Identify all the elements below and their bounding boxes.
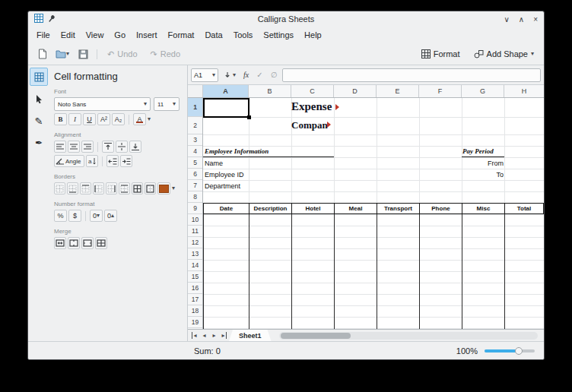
cancel-formula-button[interactable]: ∅ <box>269 68 280 82</box>
cell-reference-box[interactable]: A1 ▾ <box>191 68 218 82</box>
border-right-button[interactable] <box>106 182 117 194</box>
column-header-f[interactable]: F <box>419 85 462 97</box>
menu-go[interactable]: Go <box>109 28 131 42</box>
row-header-12[interactable]: 12 <box>188 237 202 248</box>
row-header-14[interactable]: 14 <box>188 260 202 271</box>
row-header-11[interactable]: 11 <box>188 226 202 237</box>
undo-button[interactable]: ↶ Undo <box>102 47 143 62</box>
format-button[interactable]: Format <box>416 47 466 61</box>
row-header-13[interactable]: 13 <box>188 248 202 260</box>
horizontal-scrollbar[interactable] <box>279 332 538 340</box>
new-document-button[interactable] <box>33 46 51 62</box>
bold-button[interactable]: B <box>54 113 67 125</box>
zoom-slider-thumb[interactable] <box>515 347 523 355</box>
row-header-5[interactable]: 5 <box>188 157 202 169</box>
open-dropdown-caret[interactable]: ▾ <box>66 51 69 57</box>
sheet-canvas[interactable]: Expense Compan Employee Information Pay … <box>203 98 544 329</box>
column-header-b[interactable]: B <box>249 85 291 97</box>
border-bottom-button[interactable] <box>67 182 78 194</box>
align-top-button[interactable] <box>102 141 114 153</box>
menu-settings[interactable]: Settings <box>258 28 299 42</box>
border-color-button[interactable] <box>157 182 170 194</box>
previous-sheet-button[interactable]: ◂ <box>199 332 209 339</box>
row-header-9[interactable]: 9 <box>188 203 202 214</box>
menu-data[interactable]: Data <box>199 28 227 42</box>
menu-insert[interactable]: Insert <box>131 28 163 42</box>
italic-button[interactable]: I <box>68 113 81 125</box>
row-header-1[interactable]: 1 <box>188 98 202 117</box>
select-all-corner[interactable] <box>188 85 203 97</box>
align-bottom-button[interactable] <box>129 141 141 153</box>
border-outer-button[interactable] <box>145 182 156 194</box>
row-header-17[interactable]: 17 <box>188 294 202 305</box>
align-middle-button[interactable] <box>116 141 128 153</box>
minimize-button[interactable]: ∨ <box>504 15 510 24</box>
row-header-2[interactable]: 2 <box>188 117 202 134</box>
border-color-caret[interactable]: ▾ <box>172 185 175 191</box>
column-header-g[interactable]: G <box>462 85 504 97</box>
maximize-button[interactable]: ∧ <box>519 15 524 24</box>
row-header-15[interactable]: 15 <box>188 271 202 283</box>
font-family-select[interactable]: Noto Sans ▾ <box>54 97 151 111</box>
border-top-button[interactable] <box>80 182 91 194</box>
column-header-e[interactable]: E <box>377 85 419 97</box>
column-header-c[interactable]: C <box>291 85 334 97</box>
menu-format[interactable]: Format <box>163 28 200 42</box>
row-header-6[interactable]: 6 <box>188 169 202 180</box>
row-header-16[interactable]: 16 <box>188 283 202 294</box>
selection-tool[interactable] <box>30 90 48 108</box>
font-color-caret[interactable]: ▾ <box>148 116 151 122</box>
sheet-tab-sheet1[interactable]: Sheet1 <box>229 330 272 341</box>
formula-selector-button[interactable]: ▾ <box>221 68 238 82</box>
row-header-3[interactable]: 3 <box>188 134 202 146</box>
superscript-button[interactable]: A² <box>97 113 110 125</box>
add-shape-button[interactable]: Add Shape ▾ <box>469 47 539 61</box>
close-button[interactable]: × <box>533 15 538 24</box>
font-size-select[interactable]: 11 ▾ <box>154 97 180 111</box>
redo-button[interactable]: ↷ Redo <box>145 47 186 62</box>
last-sheet-button[interactable]: ▸ <box>219 332 229 339</box>
font-color-button[interactable]: A <box>133 113 146 125</box>
underline-button[interactable]: U <box>83 113 96 125</box>
first-sheet-button[interactable]: ◂ <box>189 332 199 339</box>
percent-format-button[interactable]: % <box>54 210 67 222</box>
freehand-pen-tool[interactable]: ✎ <box>30 112 48 130</box>
row-header-19[interactable]: 19 <box>188 317 202 328</box>
merge-cells-button[interactable] <box>54 237 66 249</box>
menu-file[interactable]: File <box>31 28 56 42</box>
open-document-button[interactable]: ▾ <box>53 46 72 62</box>
align-center-button[interactable] <box>68 141 80 153</box>
insert-function-button[interactable]: fx <box>241 68 251 82</box>
column-header-d[interactable]: D <box>334 85 377 97</box>
align-left-button[interactable] <box>54 141 66 153</box>
row-header-4[interactable]: 4 <box>188 146 202 157</box>
border-none-button[interactable] <box>54 182 65 194</box>
unmerge-cells-button[interactable] <box>95 237 107 249</box>
angle-button[interactable]: Angle <box>54 155 84 167</box>
merge-horizontal-button[interactable] <box>68 237 80 249</box>
merge-vertical-button[interactable] <box>81 237 94 249</box>
row-header-7[interactable]: 7 <box>188 180 202 191</box>
border-all-button[interactable] <box>132 182 143 194</box>
precision-decrease-button[interactable]: 0 ▾ <box>90 210 103 222</box>
horizontal-scrollbar-thumb[interactable] <box>281 333 351 339</box>
vertical-text-button[interactable]: a <box>86 155 98 167</box>
column-header-a[interactable]: A <box>203 85 249 97</box>
menu-tools[interactable]: Tools <box>228 28 259 42</box>
spreadsheet-tool[interactable] <box>30 68 48 86</box>
selection-fill-handle[interactable] <box>247 115 251 119</box>
menu-view[interactable]: View <box>81 28 110 42</box>
formula-input[interactable] <box>282 68 541 82</box>
indent-decrease-button[interactable] <box>106 155 119 167</box>
save-button[interactable] <box>74 46 92 62</box>
menu-edit[interactable]: Edit <box>56 28 81 42</box>
row-header-8[interactable]: 8 <box>188 191 202 203</box>
apply-formula-button[interactable]: ✓ <box>254 68 265 82</box>
calligraphy-tool[interactable]: ✒ <box>30 134 48 152</box>
row-header-10[interactable]: 10 <box>188 214 202 226</box>
row-header-18[interactable]: 18 <box>188 305 202 317</box>
border-horizontal-button[interactable] <box>119 182 130 194</box>
align-right-button[interactable] <box>81 141 94 153</box>
zoom-slider[interactable] <box>485 349 535 352</box>
precision-increase-button[interactable]: 0 ▴ <box>104 210 117 222</box>
